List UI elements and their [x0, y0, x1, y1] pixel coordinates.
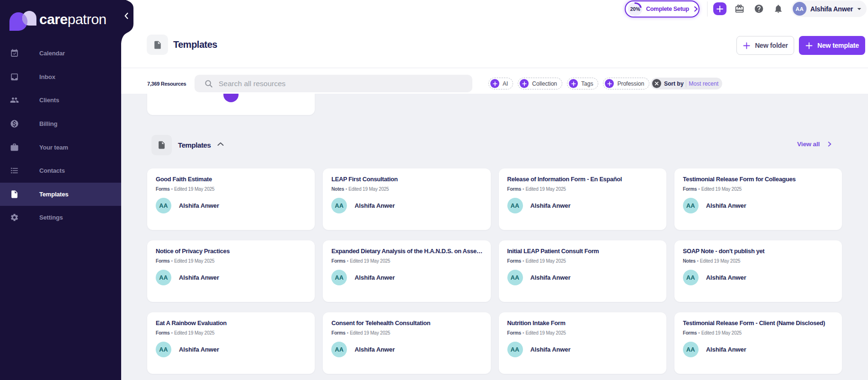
owner-name: Alshifa Anwer: [179, 274, 219, 281]
card-meta: Forms•Edited 19 May 2025: [507, 258, 566, 264]
sidebar-item-label: Templates: [39, 191, 69, 198]
owner-name: Alshifa Anwer: [531, 346, 571, 353]
meta-separator: •: [171, 258, 173, 264]
sidebar-item-label: Settings: [39, 214, 63, 221]
meta-separator: •: [347, 330, 348, 336]
card-title: Consent for Telehealth Consultation: [331, 319, 484, 327]
card-category: Notes: [683, 258, 696, 264]
filter-chip-label: AI: [503, 80, 508, 87]
new-template-button[interactable]: New template: [799, 36, 865, 55]
card-category: Forms: [331, 330, 345, 336]
collapse-section-button[interactable]: [217, 142, 224, 146]
filter-chip-ai[interactable]: AI: [488, 78, 513, 89]
card-category: Forms: [507, 330, 522, 336]
template-card[interactable]: Release of Information Form - En Español…: [499, 168, 666, 230]
scrolled-card-partial[interactable]: [147, 94, 315, 115]
card-edited-date: Edited 19 May 2025: [174, 258, 214, 264]
template-card[interactable]: Consent for Telehealth ConsultationForms…: [323, 312, 490, 374]
filter-chip-label: Tags: [581, 80, 593, 87]
sidebar-item-your-team[interactable]: Your team: [0, 135, 121, 159]
sidebar-item-templates[interactable]: Templates: [0, 183, 121, 206]
sidebar-item-billing[interactable]: Billing: [0, 112, 121, 136]
card-edited-date: Edited 19 May 2025: [701, 186, 742, 192]
template-card[interactable]: Notice of Privacy PracticesForms•Edited …: [147, 240, 315, 302]
card-category: Forms: [683, 186, 697, 192]
card-category: Forms: [156, 330, 170, 336]
sidebar-item-contacts[interactable]: Contacts: [0, 159, 121, 183]
card-meta: Forms•Edited 19 May 2025: [331, 258, 390, 264]
user-menu[interactable]: AA Alshifa Anwer: [791, 0, 867, 17]
sort-chip[interactable]: Sort by Most recent: [651, 78, 722, 89]
card-title: SOAP Note - don't publish yet: [683, 247, 835, 255]
new-folder-button[interactable]: New folder: [736, 36, 794, 55]
template-card[interactable]: Good Faith EstimateForms•Edited 19 May 2…: [147, 168, 315, 230]
owner-avatar: AA: [156, 270, 171, 285]
filter-chip-profession[interactable]: Profession: [603, 78, 649, 89]
sidebar-item-inbox[interactable]: Inbox: [0, 65, 121, 89]
sidebar-item-label: Inbox: [39, 73, 55, 80]
owner-avatar: AA: [507, 342, 523, 357]
meta-separator: •: [345, 186, 347, 192]
template-card[interactable]: Nutrition Intake FormForms•Edited 19 May…: [499, 312, 666, 374]
sidebar-collapse-button[interactable]: [121, 0, 135, 45]
card-edited-date: Edited 19 May 2025: [525, 330, 566, 336]
sort-by-label: Sort by: [664, 80, 683, 87]
filter-chip-label: Collection: [532, 80, 557, 87]
owner-avatar: AA: [156, 198, 171, 213]
topbar-divider: [707, 1, 708, 17]
document-icon: [153, 40, 162, 50]
filter-chip-collection[interactable]: Collection: [518, 78, 562, 89]
user-name: Alshifa Anwer: [810, 5, 853, 13]
template-card[interactable]: LEAP First ConsultationNotes•Edited 19 M…: [323, 168, 490, 230]
owner-name: Alshifa Anwer: [354, 346, 395, 353]
plus-icon: [605, 79, 614, 88]
view-all-link[interactable]: View all: [797, 141, 833, 148]
card-meta: Forms•Edited 19 May 2025: [683, 330, 742, 336]
resources-count: 7,369 Resources: [147, 81, 186, 87]
card-meta: Forms•Edited 19 May 2025: [331, 330, 390, 336]
clear-sort-icon[interactable]: [652, 79, 661, 88]
inbox-icon: [10, 72, 19, 81]
template-card[interactable]: Initial LEAP Patient Consult FormForms•E…: [499, 240, 666, 302]
sidebar-nav: CalendarInboxClientsBillingYour teamCont…: [0, 42, 121, 230]
card-edited-date: Edited 19 May 2025: [350, 330, 390, 336]
user-avatar: AA: [793, 2, 806, 16]
notifications-button[interactable]: [772, 3, 784, 14]
template-card[interactable]: Testimonial Release Form - Client (Name …: [674, 312, 842, 374]
sidebar: carepatron CalendarInboxClientsBillingYo…: [0, 0, 121, 380]
sidebar-item-calendar[interactable]: Calendar: [0, 42, 121, 65]
meta-separator: •: [347, 258, 348, 264]
quick-create-button[interactable]: [713, 2, 726, 15]
document-icon: [157, 141, 166, 150]
sidebar-item-label: Clients: [39, 97, 59, 104]
sidebar-item-label: Billing: [39, 120, 57, 127]
folder-avatar: [223, 94, 239, 102]
search-input[interactable]: [219, 80, 455, 88]
card-edited-date: Edited 19 May 2025: [525, 258, 566, 264]
template-card[interactable]: Expanded Dietary Analysis of the H.A.N.D…: [323, 240, 490, 302]
complete-setup-label: Complete Setup: [646, 6, 689, 12]
bell-icon: [773, 4, 783, 14]
owner-avatar: AA: [331, 342, 347, 357]
owner-avatar: AA: [683, 342, 699, 357]
meta-separator: •: [171, 330, 173, 336]
meta-separator: •: [523, 258, 524, 264]
help-button[interactable]: [753, 3, 764, 14]
complete-setup-button[interactable]: 20% Complete Setup: [625, 0, 700, 18]
template-card[interactable]: Testimonial Release Form for ColleaguesF…: [674, 168, 842, 230]
card-category: Forms: [507, 258, 522, 264]
search-box[interactable]: [195, 75, 472, 92]
sort-value[interactable]: Most recent: [689, 80, 718, 87]
template-card[interactable]: SOAP Note - don't publish yetNotes•Edite…: [674, 240, 842, 302]
card-category: Forms: [331, 258, 345, 264]
card-meta: Forms•Edited 19 May 2025: [156, 186, 214, 192]
card-title: Testimonial Release Form for Colleagues: [683, 176, 835, 183]
gift-button[interactable]: [734, 3, 745, 14]
sidebar-item-settings[interactable]: Settings: [0, 206, 121, 230]
meta-separator: •: [523, 186, 524, 192]
filter-chip-tags[interactable]: Tags: [567, 78, 598, 89]
card-meta: Forms•Edited 19 May 2025: [507, 186, 566, 192]
sidebar-item-clients[interactable]: Clients: [0, 88, 121, 112]
owner-name: Alshifa Anwer: [706, 346, 746, 353]
template-card[interactable]: Eat A Rainbow EvaluationForms•Edited 19 …: [147, 312, 315, 374]
